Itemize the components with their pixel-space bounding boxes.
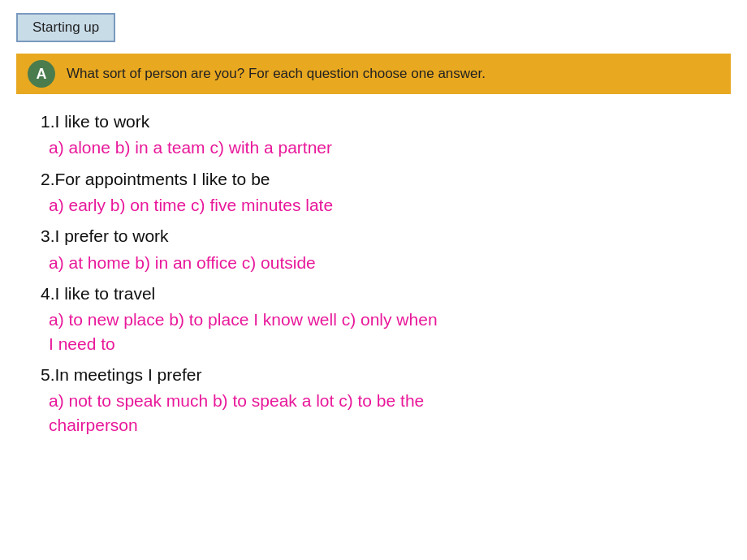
answer-4-line-1: a) to new place b) to place I know well … [49,308,731,331]
question-4-text: 4.I like to travel [41,282,731,304]
question-2-answers: a) early b) on time c) five minutes late [41,193,731,217]
question-2-text: 2.For appointments I like to be [41,168,731,190]
question-5: 5.In meetings I prefer a) not to speak m… [41,364,731,437]
question-1-answers: a) alone b) in a team c) with a partner [41,136,731,159]
starting-up-label: Starting up [32,19,99,35]
question-3-answers: a) at home b) in an office c) outside [41,251,731,274]
section-a-label: A [28,60,55,88]
answer-4-line-2: I need to [49,332,731,355]
answer-2-line-1: a) early b) on time c) five minutes late [49,193,731,217]
question-5-text: 5.In meetings I prefer [41,364,731,386]
question-3: 3.I prefer to work a) at home b) in an o… [41,225,731,274]
question-1-text: 1.I like to work [41,110,731,132]
starting-up-box: Starting up [16,13,115,42]
answer-1-line-1: a) alone b) in a team c) with a partner [49,136,731,159]
question-1: 1.I like to work a) alone b) in a team c… [41,110,731,160]
section-instruction: What sort of person are you? For each qu… [67,66,486,82]
answer-3-line-1: a) at home b) in an office c) outside [49,251,731,274]
question-5-answers: a) not to speak much b) to speak a lot c… [41,389,731,437]
section-header: A What sort of person are you? For each … [16,54,731,94]
questions-container: 1.I like to work a) alone b) in a team c… [16,110,731,437]
question-4-answers: a) to new place b) to place I know well … [41,308,731,355]
answer-5-line-1: a) not to speak much b) to speak a lot c… [49,389,731,412]
page-container: Starting up A What sort of person are yo… [0,0,747,560]
answer-5-line-2: chairperson [49,413,731,437]
question-2: 2.For appointments I like to be a) early… [41,168,731,218]
question-3-text: 3.I prefer to work [41,225,731,247]
question-4: 4.I like to travel a) to new place b) to… [41,282,731,355]
